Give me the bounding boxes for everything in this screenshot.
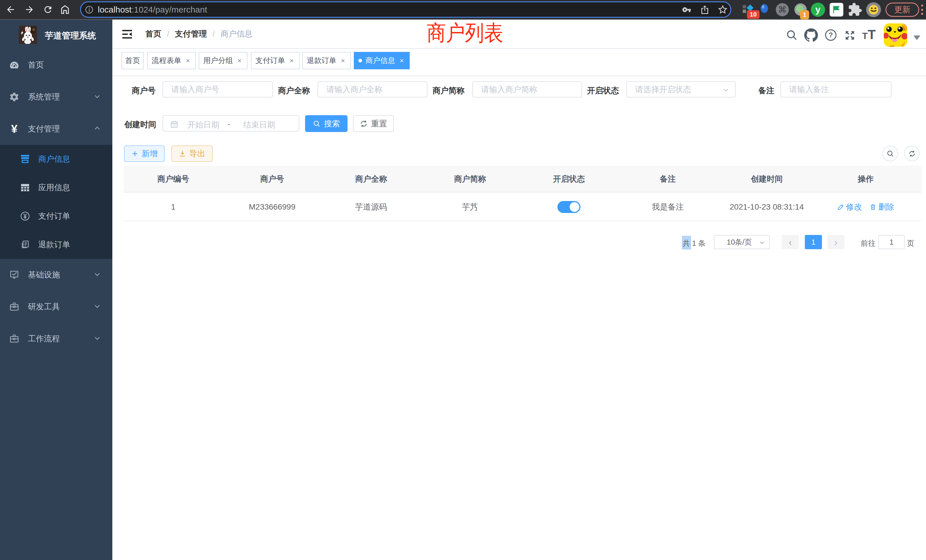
svg-text:?: ? (829, 31, 833, 39)
